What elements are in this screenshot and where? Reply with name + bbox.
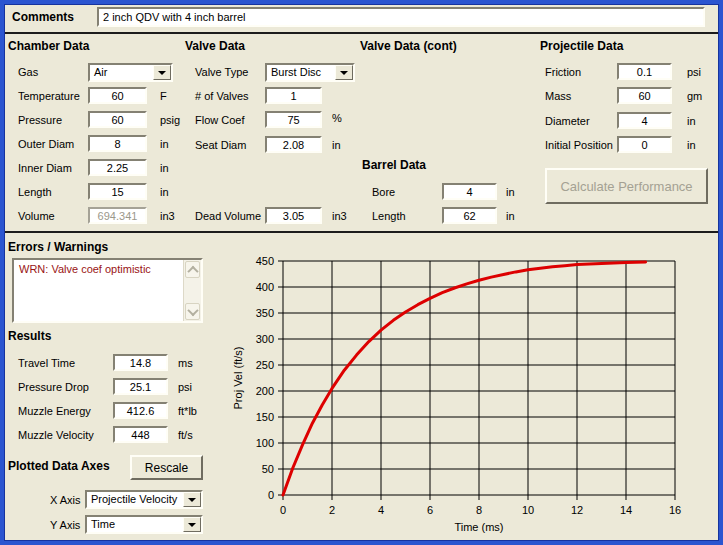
divider-middle bbox=[3, 231, 720, 233]
inner-diam-unit: in bbox=[160, 162, 169, 174]
y-axis-dropdown-arrow-icon[interactable] bbox=[183, 517, 201, 532]
friction-input[interactable] bbox=[617, 63, 672, 80]
svg-text:Proj Vel (ft/s): Proj Vel (ft/s) bbox=[232, 347, 244, 410]
flow-coef-input[interactable] bbox=[265, 111, 322, 128]
volume-label: Volume bbox=[18, 210, 55, 222]
gas-dropdown-arrow-icon[interactable] bbox=[153, 65, 171, 80]
gas-value: Air bbox=[94, 66, 107, 79]
x-axis-dropdown-arrow-icon[interactable] bbox=[183, 492, 201, 507]
pressure-drop-unit: psi bbox=[178, 381, 192, 393]
scroll-down-icon[interactable] bbox=[185, 303, 200, 320]
temperature-input[interactable] bbox=[88, 87, 147, 104]
diameter-input[interactable] bbox=[617, 112, 672, 129]
barrel-length-label: Length bbox=[372, 210, 406, 222]
svg-text:14: 14 bbox=[620, 504, 632, 516]
valve-type-value: Burst Disc bbox=[271, 66, 321, 79]
valve-data-title: Valve Data bbox=[185, 39, 245, 53]
muzzle-energy-label: Muzzle Energy bbox=[18, 405, 91, 417]
svg-text:6: 6 bbox=[427, 504, 433, 516]
inner-diam-input[interactable] bbox=[88, 159, 147, 176]
svg-text:Time (ms): Time (ms) bbox=[454, 521, 503, 533]
travel-time-value bbox=[113, 354, 168, 371]
svg-text:4: 4 bbox=[378, 504, 384, 516]
friction-unit: psi bbox=[687, 66, 701, 78]
friction-label: Friction bbox=[545, 66, 581, 78]
travel-time-label: Travel Time bbox=[18, 357, 75, 369]
seat-diam-unit: in bbox=[332, 139, 341, 151]
y-axis-label: Y Axis bbox=[50, 519, 80, 531]
bore-unit: in bbox=[506, 186, 515, 198]
errors-warnings-box[interactable]: WRN: Valve coef optimistic bbox=[12, 258, 203, 323]
initial-position-input[interactable] bbox=[617, 136, 672, 153]
mass-unit: gm bbox=[687, 90, 702, 102]
diameter-unit: in bbox=[687, 115, 696, 127]
results-title: Results bbox=[8, 329, 51, 343]
svg-text:250: 250 bbox=[256, 359, 274, 371]
projectile-data-title: Projectile Data bbox=[540, 39, 623, 53]
svg-text:200: 200 bbox=[256, 385, 274, 397]
pressure-drop-label: Pressure Drop bbox=[18, 381, 89, 393]
valve-type-label: Valve Type bbox=[195, 66, 248, 78]
barrel-data-title: Barrel Data bbox=[362, 158, 426, 172]
pressure-drop-value bbox=[113, 378, 168, 395]
app-window: Comments Chamber Data Valve Data Valve D… bbox=[0, 0, 723, 545]
chamber-data-title: Chamber Data bbox=[8, 39, 89, 53]
bore-label: Bore bbox=[372, 186, 395, 198]
muzzle-energy-value bbox=[113, 402, 168, 419]
gas-dropdown[interactable]: Air bbox=[88, 63, 173, 82]
seat-diam-input[interactable] bbox=[265, 136, 322, 153]
outer-diam-label: Outer Diam bbox=[18, 138, 74, 150]
scroll-up-icon[interactable] bbox=[185, 261, 200, 278]
seat-diam-label: Seat Diam bbox=[195, 139, 246, 151]
pressure-label: Pressure bbox=[18, 114, 62, 126]
num-valves-input[interactable] bbox=[265, 87, 322, 104]
temperature-label: Temperature bbox=[18, 90, 80, 102]
y-axis-dropdown[interactable]: Time bbox=[85, 515, 203, 534]
x-axis-label: X Axis bbox=[50, 494, 81, 506]
calculate-performance-button: Calculate Performance bbox=[545, 168, 708, 204]
comments-input[interactable] bbox=[97, 7, 705, 27]
muzzle-energy-unit: ft*lb bbox=[178, 405, 197, 417]
errors-warnings-title: Errors / Warnings bbox=[8, 240, 108, 254]
valve-type-dropdown[interactable]: Burst Disc bbox=[265, 63, 355, 82]
x-axis-dropdown[interactable]: Projectile Velocity bbox=[85, 490, 203, 509]
velocity-time-chart: 0246810121416050100150200250300350400450… bbox=[228, 238, 715, 540]
temperature-unit: F bbox=[160, 90, 167, 102]
dead-volume-input[interactable] bbox=[265, 207, 322, 224]
svg-text:0: 0 bbox=[268, 489, 274, 501]
mass-input[interactable] bbox=[617, 87, 672, 104]
chamber-length-input[interactable] bbox=[88, 183, 147, 200]
svg-text:10: 10 bbox=[522, 504, 534, 516]
warning-message: WRN: Valve coef optimistic bbox=[19, 263, 179, 276]
svg-text:150: 150 bbox=[256, 411, 274, 423]
y-axis-value: Time bbox=[91, 518, 115, 531]
dead-volume-label: Dead Volume bbox=[195, 210, 261, 222]
divider-top bbox=[3, 32, 720, 34]
svg-text:50: 50 bbox=[262, 463, 274, 475]
barrel-length-unit: in bbox=[506, 210, 515, 222]
flow-coef-unit: % bbox=[332, 112, 342, 124]
errors-scrollbar[interactable] bbox=[183, 260, 201, 321]
barrel-length-input[interactable] bbox=[442, 207, 497, 224]
muzzle-velocity-value bbox=[113, 426, 168, 443]
diameter-label: Diameter bbox=[545, 115, 590, 127]
comments-label: Comments bbox=[12, 10, 74, 24]
x-axis-value: Projectile Velocity bbox=[91, 493, 177, 506]
svg-text:12: 12 bbox=[571, 504, 583, 516]
rescale-button[interactable]: Rescale bbox=[130, 455, 203, 480]
svg-text:0: 0 bbox=[280, 504, 286, 516]
valve-data-cont-title: Valve Data (cont) bbox=[360, 39, 457, 53]
svg-text:2: 2 bbox=[329, 504, 335, 516]
valve-type-dropdown-arrow-icon[interactable] bbox=[335, 65, 353, 80]
chamber-length-label: Length bbox=[18, 186, 52, 198]
outer-diam-unit: in bbox=[160, 138, 169, 150]
initial-position-unit: in bbox=[687, 139, 696, 151]
bore-input[interactable] bbox=[442, 183, 497, 200]
volume-input bbox=[88, 207, 147, 224]
inner-diam-label: Inner Diam bbox=[18, 162, 72, 174]
pressure-input[interactable] bbox=[88, 111, 147, 128]
muzzle-velocity-label: Muzzle Velocity bbox=[18, 429, 94, 441]
outer-diam-input[interactable] bbox=[88, 135, 147, 152]
gas-label: Gas bbox=[18, 66, 38, 78]
dead-volume-unit: in3 bbox=[332, 210, 347, 222]
